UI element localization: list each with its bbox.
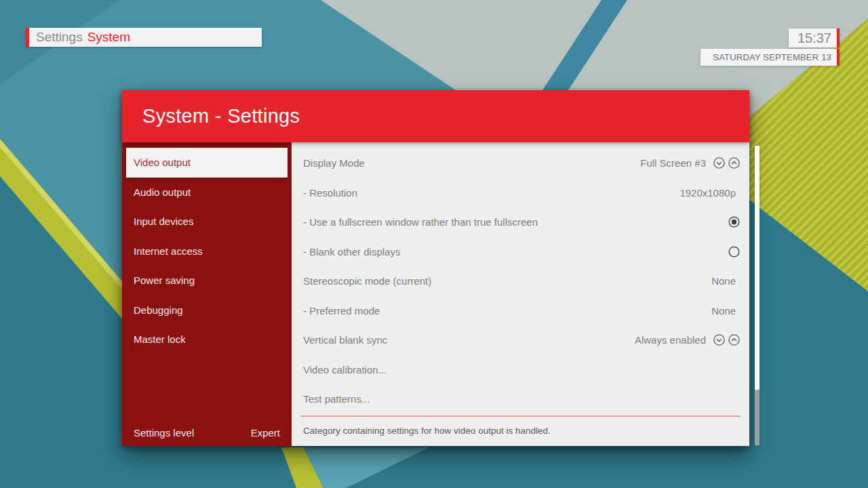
setting-value: 1920x1080p [679, 187, 736, 199]
setting-label: - Use a fullscreen window rather than tr… [303, 216, 728, 228]
setting-label: Vertical blank sync [303, 334, 635, 346]
breadcrumb: Settings System [26, 28, 262, 47]
spinner-down-icon[interactable] [713, 333, 726, 346]
sidebar-item-power-saving[interactable]: Power saving [122, 266, 292, 296]
sidebar-item-debugging[interactable]: Debugging [122, 296, 292, 325]
setting-row[interactable]: - Resolution1920x1080p [292, 178, 749, 208]
setting-value: None [711, 275, 736, 287]
setting-row[interactable]: Stereoscopic mode (current)None [292, 266, 749, 296]
setting-row[interactable]: - Use a fullscreen window rather than tr… [292, 207, 749, 237]
desktop-background: Settings System 15:37 SATURDAY SEPTEMBER… [0, 0, 868, 488]
settings-level-label: Settings level [134, 427, 194, 439]
setting-label: Video calibration... [303, 364, 741, 375]
sidebar-item-video-output[interactable]: Video output [126, 148, 288, 178]
setting-row[interactable]: Test patterns... [292, 384, 749, 414]
breadcrumb-section: Settings [36, 30, 83, 45]
dialog-header: System - Settings [122, 90, 749, 142]
setting-row[interactable]: Display ModeFull Screen #3 [292, 148, 749, 178]
clock: 15:37 [789, 28, 840, 47]
setting-value: None [711, 305, 736, 317]
setting-description: Category containing settings for how vid… [292, 417, 749, 436]
settings-level-value: Expert [251, 427, 280, 439]
clock-time: 15:37 [797, 30, 831, 46]
setting-label: - Resolution [303, 187, 679, 199]
setting-label: - Blank other displays [303, 246, 728, 258]
scrollbar-thumb[interactable] [755, 146, 760, 390]
sidebar-item-internet-access[interactable]: Internet access [122, 237, 292, 266]
setting-label: - Preferred mode [303, 305, 711, 317]
setting-label: Stereoscopic mode (current) [303, 275, 711, 287]
radio-off-icon[interactable] [728, 245, 741, 258]
spinner-up-icon[interactable] [728, 157, 741, 169]
breadcrumb-page: System [87, 30, 130, 45]
scrollbar-track[interactable] [755, 390, 760, 445]
settings-level-row[interactable]: Settings level Expert [122, 427, 292, 439]
setting-value: Always enabled [635, 334, 706, 346]
radio-on-icon[interactable] [728, 216, 741, 228]
dialog-body: Video outputAudio outputInput devicesInt… [122, 142, 749, 446]
date: SATURDAY SEPTEMBER 13 [701, 49, 840, 66]
spinner-down-icon[interactable] [713, 157, 726, 169]
date-text: SATURDAY SEPTEMBER 13 [713, 52, 831, 62]
sidebar-item-master-lock[interactable]: Master lock [122, 325, 292, 354]
category-sidebar: Video outputAudio outputInput devicesInt… [122, 142, 292, 446]
dialog-title: System - Settings [142, 105, 300, 127]
sidebar-item-audio-output[interactable]: Audio output [122, 178, 292, 207]
setting-value: Full Screen #3 [640, 157, 706, 169]
setting-row[interactable]: Video calibration... [292, 355, 749, 385]
settings-dialog: System - Settings Video outputAudio outp… [122, 90, 749, 446]
setting-row[interactable]: - Preferred modeNone [292, 296, 749, 326]
setting-row[interactable]: - Blank other displays [292, 237, 749, 267]
setting-label: Test patterns... [303, 393, 741, 405]
spinner-up-icon[interactable] [728, 333, 741, 346]
sidebar-item-input-devices[interactable]: Input devices [122, 207, 292, 237]
setting-label: Display Mode [303, 157, 640, 169]
settings-panel: Display ModeFull Screen #3- Resolution19… [292, 142, 749, 446]
setting-row[interactable]: Vertical blank syncAlways enabled [292, 325, 749, 355]
